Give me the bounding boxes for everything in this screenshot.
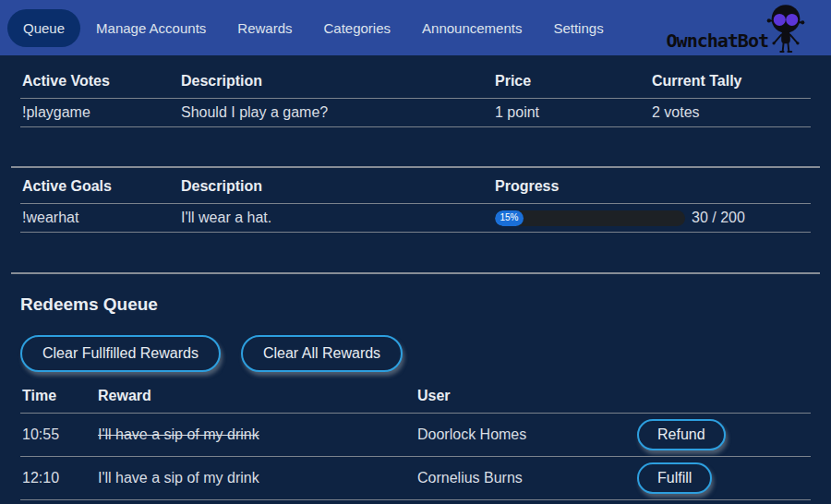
app-root: Queue Manage Accounts Rewards Categories… (0, 0, 831, 500)
goals-column-command: Active Goals (20, 175, 179, 204)
redeem-reward-text-fulfilled: I'll have a sip of my drink (98, 426, 259, 442)
vote-tally: 2 votes (650, 99, 811, 127)
main-content: Active Votes Description Price Current T… (0, 55, 831, 500)
redeem-reward: I'll have a sip of my drink (96, 414, 416, 457)
robot-mascot-icon (765, 2, 807, 55)
nav-item-queue[interactable]: Queue (7, 9, 80, 47)
votes-column-command: Active Votes (20, 70, 179, 99)
redeems-column-reward: Reward (96, 385, 416, 414)
votes-column-tally: Current Tally (650, 70, 811, 99)
nav-item-categories[interactable]: Categories (307, 9, 406, 47)
active-goals-table: Active Goals Description Progress !wearh… (20, 175, 811, 233)
votes-column-price: Price (493, 70, 650, 99)
nav-item-announcements[interactable]: Announcements (406, 9, 537, 47)
goal-progress-percent-label: 15% (500, 213, 518, 222)
nav-item-rewards[interactable]: Rewards (222, 9, 307, 47)
logo: OwnchatBot (667, 0, 807, 55)
votes-header-row: Active Votes Description Price Current T… (20, 70, 811, 99)
redeems-table-wrap: Time Reward User 10:55 I'll have a sip o… (11, 385, 820, 500)
redeems-toolbar: Clear Fullfilled Rewards Clear All Rewar… (20, 335, 811, 372)
redeems-queue-title: Redeems Queue (20, 294, 811, 315)
redeems-section: Redeems Queue Clear Fullfilled Rewards C… (11, 272, 820, 500)
goal-progress-cell: 15% 30 / 200 (493, 204, 811, 233)
fulfill-button[interactable]: Fulfill (637, 462, 712, 494)
vote-command: !playgame (20, 99, 179, 127)
vote-price: 1 point (493, 99, 650, 127)
goal-command: !wearhat (20, 204, 179, 233)
goal-progress-fill: 15% (495, 210, 524, 226)
redeem-reward: I'll have a sip of my drink (96, 457, 416, 500)
redeem-row: 10:55 I'll have a sip of my drink Doorlo… (20, 414, 811, 457)
clear-all-rewards-button[interactable]: Clear All Rewards (241, 335, 403, 372)
refund-button[interactable]: Refund (637, 419, 726, 450)
goal-description: I'll wear a hat. (179, 204, 493, 233)
redeems-header-row: Time Reward User (20, 385, 811, 414)
redeems-table: Time Reward User 10:55 I'll have a sip o… (20, 385, 811, 500)
goal-progress-bar: 15% (495, 210, 685, 226)
redeem-action-cell: Refund (635, 414, 811, 457)
navbar: Queue Manage Accounts Rewards Categories… (0, 0, 831, 55)
goal-progress-count: 30 / 200 (692, 210, 745, 226)
goals-column-progress: Progress (493, 175, 811, 204)
nav-item-settings[interactable]: Settings (537, 9, 619, 47)
redeem-time: 12:10 (20, 457, 96, 500)
redeems-column-time: Time (20, 385, 96, 414)
goals-column-description: Description (179, 175, 493, 204)
logo-text: OwnchatBot (667, 31, 768, 55)
redeem-row: 12:10 I'll have a sip of my drink Cornel… (20, 457, 811, 500)
redeem-reward-text: I'll have a sip of my drink (98, 470, 259, 486)
active-votes-table: Active Votes Description Price Current T… (20, 70, 811, 127)
redeem-user: Cornelius Burns (416, 457, 635, 500)
nav-item-manage-accounts[interactable]: Manage Accounts (80, 9, 222, 47)
goal-row: !wearhat I'll wear a hat. 15% 30 / 200 (20, 204, 811, 233)
redeem-user: Doorlock Homes (416, 414, 635, 457)
redeem-time: 10:55 (20, 414, 96, 457)
redeem-action-cell: Fulfill (635, 457, 811, 500)
redeems-column-user: User (416, 385, 635, 414)
vote-row: !playgame Should I play a game? 1 point … (20, 99, 811, 127)
active-goals-section: Active Goals Description Progress !wearh… (11, 166, 820, 233)
vote-description: Should I play a game? (179, 99, 493, 127)
clear-fulfilled-rewards-button[interactable]: Clear Fullfilled Rewards (20, 335, 221, 372)
votes-column-description: Description (179, 70, 493, 99)
active-votes-section: Active Votes Description Price Current T… (11, 70, 820, 127)
goals-header-row: Active Goals Description Progress (20, 175, 811, 204)
redeems-column-actions (635, 385, 811, 414)
